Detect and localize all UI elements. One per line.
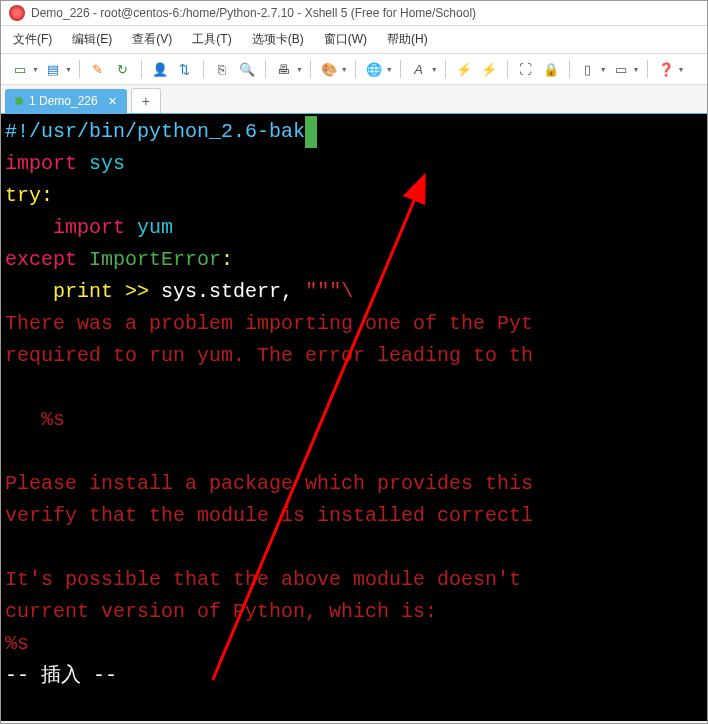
copy-icon[interactable]: ⎘ — [211, 58, 233, 80]
code-import2: import — [53, 216, 125, 239]
search-icon[interactable]: 🔍 — [236, 58, 258, 80]
open-icon[interactable]: ▤ — [42, 58, 64, 80]
code-err4: Please install a package which provides … — [5, 472, 533, 495]
dropdown-icon[interactable]: ▼ — [678, 66, 685, 73]
separator — [647, 60, 648, 78]
code-err3: %s — [5, 408, 65, 431]
toolbar: ▭ ▼ ▤ ▼ ✎ ↻ 👤 ⇅ ⎘ 🔍 🖶 ▼ 🎨 ▼ 🌐 ▼ A ▼ ⚡ ⚡ … — [1, 54, 707, 85]
vim-status: -- 插入 -- — [5, 664, 117, 687]
new-session-icon[interactable]: ▭ — [9, 58, 31, 80]
menu-file[interactable]: 文件(F) — [9, 29, 56, 50]
separator — [310, 60, 311, 78]
tile-h-icon[interactable]: ▯ — [577, 58, 599, 80]
cursor — [305, 116, 317, 148]
script-icon[interactable]: ⚡ — [453, 58, 475, 80]
code-quote: """\ — [305, 280, 353, 303]
code-importerror: ImportError — [89, 248, 221, 271]
code-err6: It's possible that the above module does… — [5, 568, 533, 591]
script2-icon[interactable]: ⚡ — [478, 58, 500, 80]
dropdown-icon[interactable]: ▼ — [633, 66, 640, 73]
separator — [445, 60, 446, 78]
separator — [203, 60, 204, 78]
window-titlebar: Demo_226 - root@centos-6:/home/Python-2.… — [1, 1, 707, 26]
separator — [141, 60, 142, 78]
code-try: try — [5, 184, 41, 207]
terminal-view[interactable]: #!/usr/bin/python_2.6-bak import sys try… — [1, 114, 707, 721]
menu-bar: 文件(F) 编辑(E) 查看(V) 工具(T) 选项卡(B) 窗口(W) 帮助(… — [1, 26, 707, 54]
menu-tools[interactable]: 工具(T) — [188, 29, 235, 50]
tile-v-icon[interactable]: ▭ — [610, 58, 632, 80]
dropdown-icon[interactable]: ▼ — [431, 66, 438, 73]
code-colon: : — [41, 184, 53, 207]
palette-icon[interactable]: 🎨 — [318, 58, 340, 80]
transfer-icon[interactable]: ⇅ — [174, 58, 196, 80]
app-icon — [9, 5, 25, 21]
code-err5: verify that the module is installed corr… — [5, 504, 533, 527]
code-err1: There was a problem importing one of the… — [5, 312, 533, 335]
code-print: print — [53, 280, 113, 303]
dropdown-icon[interactable]: ▼ — [600, 66, 607, 73]
code-sys: sys — [89, 152, 125, 175]
separator — [569, 60, 570, 78]
code-err7: current version of Python, which is: — [5, 600, 437, 623]
code-shebang: #!/usr/bin/python_2.6-bak — [5, 120, 305, 143]
code-comma: , — [281, 280, 293, 303]
menu-edit[interactable]: 编辑(E) — [68, 29, 116, 50]
help-icon[interactable]: ❓ — [655, 58, 677, 80]
connection-status-icon — [15, 97, 23, 105]
tab-bar: 1 Demo_226 ✕ + — [1, 85, 707, 114]
separator — [265, 60, 266, 78]
dropdown-icon[interactable]: ▼ — [296, 66, 303, 73]
print-icon[interactable]: 🖶 — [273, 58, 295, 80]
dropdown-icon[interactable]: ▼ — [65, 66, 72, 73]
window-title: Demo_226 - root@centos-6:/home/Python-2.… — [31, 6, 476, 20]
code-yum: yum — [137, 216, 173, 239]
separator — [79, 60, 80, 78]
add-tab-button[interactable]: + — [131, 88, 161, 113]
menu-window[interactable]: 窗口(W) — [320, 29, 371, 50]
separator — [507, 60, 508, 78]
menu-help[interactable]: 帮助(H) — [383, 29, 432, 50]
menu-view[interactable]: 查看(V) — [128, 29, 176, 50]
code-import: import — [5, 152, 77, 175]
tab-label: 1 Demo_226 — [29, 94, 98, 108]
code-arrow: >> — [125, 280, 149, 303]
profile-icon[interactable]: 👤 — [149, 58, 171, 80]
dropdown-icon[interactable]: ▼ — [386, 66, 393, 73]
code-except: except — [5, 248, 77, 271]
dropdown-icon[interactable]: ▼ — [341, 66, 348, 73]
menu-tabs[interactable]: 选项卡(B) — [248, 29, 308, 50]
tab-demo226[interactable]: 1 Demo_226 ✕ — [5, 89, 127, 113]
annotation-arrow — [1, 114, 707, 721]
code-err2: required to run yum. The error leading t… — [5, 344, 533, 367]
code-err8: %s — [5, 632, 29, 655]
code-colon2: : — [221, 248, 233, 271]
close-tab-icon[interactable]: ✕ — [108, 95, 117, 108]
font-icon[interactable]: A — [408, 58, 430, 80]
separator — [400, 60, 401, 78]
globe-icon[interactable]: 🌐 — [363, 58, 385, 80]
code-stderr: sys.stderr — [161, 280, 281, 303]
dropdown-icon[interactable]: ▼ — [32, 66, 39, 73]
fullscreen-icon[interactable]: ⛶ — [515, 58, 537, 80]
separator — [355, 60, 356, 78]
reconnect-icon[interactable]: ↻ — [112, 58, 134, 80]
lock-icon[interactable]: 🔒 — [540, 58, 562, 80]
disconnect-icon[interactable]: ✎ — [87, 58, 109, 80]
